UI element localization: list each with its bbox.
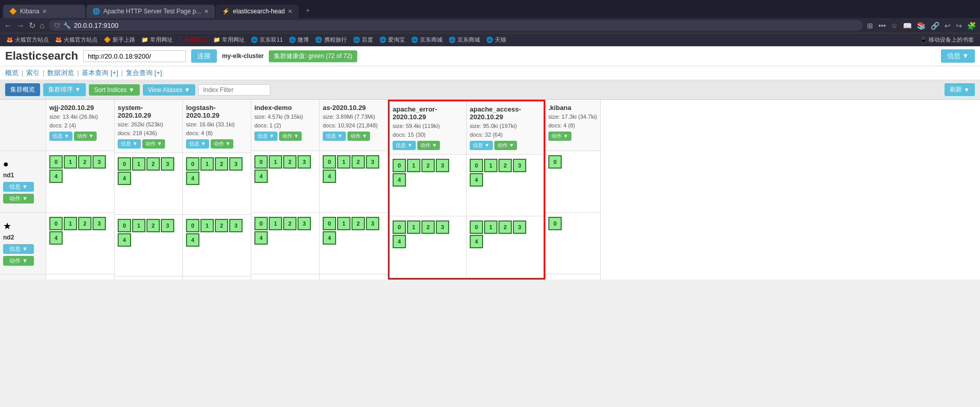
logstash-info-btn[interactable]: 信息 ▼ — [186, 139, 209, 149]
home-button[interactable]: ⌂ — [40, 21, 45, 30]
shard[interactable]: 2 — [283, 217, 297, 230]
shard[interactable]: 4 — [323, 170, 336, 183]
shard[interactable]: 4 — [49, 231, 63, 245]
shard[interactable]: 2 — [498, 159, 512, 172]
forward-button[interactable]: → — [16, 21, 25, 30]
bookmark-jd11[interactable]: 🌐 京东双11 — [249, 35, 285, 45]
shard[interactable]: 2 — [421, 159, 435, 172]
shard[interactable]: 0 — [186, 157, 199, 171]
shard[interactable]: 1 — [64, 217, 77, 230]
shard[interactable]: 4 — [186, 172, 199, 185]
system-info-btn[interactable]: 信息 ▼ — [118, 139, 141, 149]
shard[interactable]: 1 — [337, 217, 350, 230]
shard[interactable]: 0 — [323, 155, 336, 169]
shard[interactable]: 4 — [118, 172, 131, 185]
bookmark-weibo[interactable]: 🌐 微博 — [287, 35, 311, 45]
apache-error-info-btn[interactable]: 信息 ▼ — [393, 141, 416, 150]
tab-kibana[interactable]: 🔶 Kibana ✕ — [3, 5, 85, 18]
shard[interactable]: 2 — [146, 157, 160, 171]
tab-basic-query[interactable]: 基本查询 [+] — [82, 68, 118, 78]
back-button[interactable]: ← — [4, 21, 12, 30]
shard[interactable]: 0 — [470, 220, 483, 234]
shard[interactable]: 0 — [118, 219, 131, 232]
shard[interactable]: 3 — [298, 155, 311, 169]
shard[interactable]: 1 — [484, 159, 497, 172]
shard[interactable]: 1 — [269, 217, 282, 230]
bookmark-tianmao[interactable]: 🌐 天猫 — [484, 35, 508, 45]
addons-icon[interactable]: 🧩 — [967, 22, 976, 30]
shard[interactable]: 4 — [393, 173, 406, 187]
shard[interactable]: 3 — [513, 220, 526, 234]
shard[interactable]: 2 — [78, 217, 91, 230]
shard[interactable]: 1 — [64, 155, 77, 169]
shard[interactable]: 2 — [215, 157, 228, 171]
tab-overview[interactable]: 概览 — [5, 68, 19, 78]
bookmark-icon[interactable]: ☆ — [891, 22, 898, 30]
shard[interactable]: 3 — [229, 157, 243, 171]
tab-apache[interactable]: 🌐 Apache HTTP Server Test Page p... ✕ — [86, 5, 215, 18]
bookmark-baidu[interactable]: 🌐 百度 — [351, 35, 375, 45]
sync-icon[interactable]: 🔗 — [931, 22, 939, 30]
shard[interactable]: 0 — [323, 217, 336, 230]
bookmark-mobile[interactable]: 📱 移动设备上的书签 — [918, 35, 976, 45]
as-action-btn[interactable]: 动作 ▼ — [347, 132, 371, 141]
index-demo-info-btn[interactable]: 信息 ▼ — [254, 132, 278, 141]
shard[interactable]: 2 — [215, 219, 228, 232]
shard[interactable]: 0 — [49, 155, 63, 169]
connect-button[interactable]: 连接 — [191, 49, 217, 63]
shard[interactable]: 1 — [132, 219, 145, 232]
shard[interactable]: 1 — [200, 157, 214, 171]
apache-access-info-btn[interactable]: 信息 ▼ — [470, 141, 493, 150]
shard[interactable]: 1 — [484, 220, 497, 234]
refresh-button[interactable]: 刷新 ▼ — [945, 83, 975, 96]
shard[interactable]: 3 — [93, 155, 106, 169]
shard[interactable]: 0 — [186, 219, 199, 232]
shard[interactable]: 0 — [393, 220, 406, 234]
wjj-info-btn[interactable]: 信息 ▼ — [49, 132, 72, 141]
shard[interactable]: 3 — [366, 217, 379, 230]
more-icon[interactable]: ••• — [878, 22, 886, 30]
library-icon[interactable]: 📚 — [917, 22, 926, 30]
shard[interactable]: 3 — [93, 217, 106, 230]
bookmark-changyong1[interactable]: 📁 常用网址 — [139, 35, 175, 45]
tab-indices[interactable]: 索引 — [26, 68, 40, 78]
shard[interactable]: 2 — [352, 217, 365, 230]
shard[interactable]: 0 — [393, 159, 406, 172]
back2-icon[interactable]: ↩ — [945, 22, 951, 30]
shard[interactable]: 1 — [269, 155, 282, 169]
cluster-overview-button[interactable]: 集群概览 — [5, 83, 40, 96]
shard[interactable]: 0 — [548, 217, 562, 230]
shard[interactable]: 3 — [513, 159, 526, 172]
shard[interactable]: 2 — [78, 155, 91, 169]
bookmark-aitao[interactable]: 🌐 爱淘宝 — [377, 35, 407, 45]
grid-icon[interactable]: ⊞ — [867, 22, 873, 30]
shard[interactable]: 3 — [436, 220, 449, 234]
view-aliases-button[interactable]: View Aliases ▼ — [143, 84, 195, 96]
bookmark-xinshow[interactable]: 🔶 新手上路 — [102, 35, 137, 45]
shard[interactable]: 4 — [470, 173, 483, 187]
shard[interactable]: 1 — [132, 157, 145, 171]
shard[interactable]: 1 — [407, 159, 420, 172]
forward2-icon[interactable]: ↪ — [956, 22, 962, 30]
shard[interactable]: 2 — [352, 155, 365, 169]
shard[interactable]: 0 — [254, 217, 268, 230]
shard[interactable]: 2 — [283, 155, 297, 169]
shard[interactable]: 3 — [161, 157, 174, 171]
shard[interactable]: 4 — [49, 170, 63, 183]
apache-access-action-btn[interactable]: 动作 ▼ — [494, 141, 517, 150]
cluster-rank-button[interactable]: 集群排序 ▼ — [43, 83, 86, 96]
shard[interactable]: 4 — [393, 235, 406, 248]
nd2-action-button[interactable]: 动作 ▼ — [3, 256, 34, 266]
reader-icon[interactable]: 📖 — [903, 22, 912, 30]
tab-elasticsearch-head[interactable]: ⚡ elasticsearch-head ✕ — [216, 5, 299, 18]
shard[interactable]: 3 — [161, 219, 174, 232]
shard[interactable]: 4 — [254, 231, 268, 245]
tab-close-apache[interactable]: ✕ — [204, 8, 209, 15]
bookmark-ctrip[interactable]: 🌐 携程旅行 — [313, 35, 348, 45]
shard[interactable]: 4 — [323, 231, 336, 245]
shard[interactable]: 3 — [366, 155, 379, 169]
bookmark-tianmao11[interactable]: T 天猫双11 — [177, 35, 209, 45]
tab-close-kibana[interactable]: ✕ — [42, 8, 47, 15]
shard[interactable]: 0 — [118, 157, 131, 171]
shard[interactable]: 0 — [548, 155, 562, 169]
